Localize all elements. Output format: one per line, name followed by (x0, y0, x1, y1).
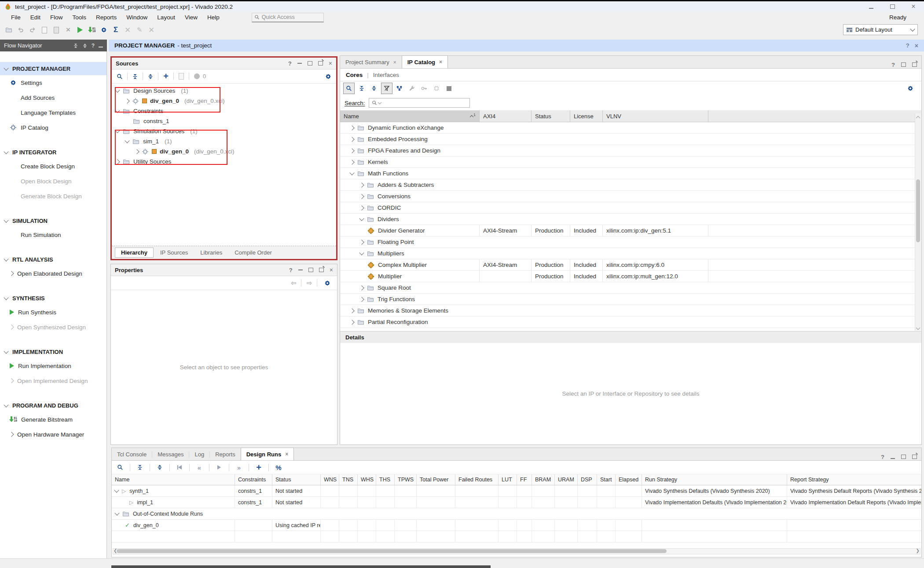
ip-category-row[interactable]: Kernels (340, 157, 921, 168)
menu-view[interactable]: View (180, 14, 202, 21)
ip-category-row[interactable]: Embedded Processing (340, 134, 921, 145)
ip-category-row[interactable]: Dynamic Function eXchange (340, 122, 921, 134)
column-ths[interactable]: THS (376, 474, 395, 485)
expand-all-icon[interactable] (154, 462, 165, 473)
create-runs-icon[interactable]: + (253, 462, 264, 473)
tab-interfaces[interactable]: Interfaces (373, 72, 399, 78)
float-icon[interactable] (318, 61, 323, 66)
flow-item-run-implementation[interactable]: Run Implementation (0, 358, 106, 373)
menu-help[interactable]: Help (202, 14, 224, 21)
help-icon[interactable]: ? (906, 42, 909, 49)
add-sources-icon[interactable]: + (161, 71, 171, 82)
layout-selector[interactable]: Default Layout (843, 24, 918, 35)
flow-item-generate-bitstream[interactable]: 0110 Generate Bitstream (0, 412, 106, 427)
report-sum-icon[interactable]: Σ (110, 25, 121, 35)
cancel-icon[interactable]: ✕ (146, 25, 157, 35)
column-status[interactable]: Status (272, 474, 321, 485)
tab-tcl-console[interactable]: Tcl Console (112, 448, 152, 460)
ip-row-complex-multiplier[interactable]: Complex Multiplier AXI4-Stream Productio… (340, 259, 921, 271)
tab-libraries[interactable]: Libraries (194, 248, 228, 257)
minimize-button[interactable] (861, 4, 882, 10)
flow-item-ip-catalog[interactable]: IP Catalog (0, 120, 106, 135)
menu-file[interactable]: File (6, 14, 26, 21)
ip-category-row[interactable]: CORDIC (340, 202, 921, 214)
maximize-icon[interactable] (308, 61, 312, 66)
run-group-out-of-context[interactable]: Out-of-Context Module Runs (112, 508, 921, 520)
minimize-icon[interactable] (297, 63, 302, 64)
collapse-all-icon[interactable] (135, 462, 145, 473)
generate-bitstream-icon[interactable]: 0110 (87, 25, 97, 35)
search-input[interactable] (369, 98, 470, 108)
tab-compile-order[interactable]: Compile Order (229, 248, 278, 257)
tree-row-utility-sources[interactable]: Utility Sources (112, 157, 336, 167)
run-row-synth-1[interactable]: ▷synth_1 constrs_1 Not started Vivado Sy… (112, 485, 921, 497)
ip-category-row[interactable]: Math Functions (340, 168, 921, 179)
collapse-all-icon[interactable] (73, 43, 78, 48)
ip-row-divider-generator[interactable]: Divider Generator AXI4-Stream Production… (340, 225, 921, 237)
tab-ip-catalog[interactable]: IP Catalog × (402, 55, 448, 68)
tab-reports[interactable]: Reports (210, 448, 241, 460)
float-icon[interactable] (912, 62, 917, 68)
flow-item-run-simulation[interactable]: Run Simulation (0, 227, 106, 242)
close-button[interactable]: × (903, 4, 924, 10)
menu-flow[interactable]: Flow (45, 14, 68, 21)
ip-category-row[interactable]: Partial Reconfiguration (340, 317, 921, 328)
flow-section-implementation[interactable]: IMPLEMENTATION (0, 345, 106, 358)
hierarchy-icon[interactable] (394, 83, 405, 94)
ip-category-row[interactable]: Conversions (340, 191, 921, 202)
ip-category-row[interactable]: Dividers (340, 214, 921, 225)
stop-icon[interactable]: ✕ (122, 25, 133, 35)
collapse-all-icon[interactable] (130, 71, 140, 82)
vertical-scrollbar[interactable] (915, 113, 921, 331)
column-uram[interactable]: URAM (555, 474, 578, 485)
close-icon[interactable]: × (330, 267, 333, 273)
tab-cores[interactable]: Cores (346, 72, 363, 78)
expand-all-icon[interactable] (145, 71, 156, 82)
column-tpws[interactable]: TPWS (395, 474, 417, 485)
ip-category-row[interactable]: Floating Point (340, 237, 921, 248)
minimize-icon[interactable] (891, 454, 895, 460)
scroll-right-icon[interactable]: ❯ (916, 548, 920, 553)
quick-access-search[interactable]: Quick Access (252, 13, 324, 22)
settings-gear-icon[interactable] (905, 83, 916, 94)
flow-item-language-templates[interactable]: Language Templates (0, 105, 106, 120)
ip-row-multiplier[interactable]: Multiplier Production Included xilinx.co… (340, 271, 921, 282)
run-row-div-gen-0[interactable]: ✓div_gen_0 Using cached IP results (112, 520, 921, 531)
column-constraints[interactable]: Constraints (235, 474, 272, 485)
undo-icon[interactable] (15, 25, 26, 35)
expand-all-icon[interactable] (369, 83, 379, 94)
percent-icon[interactable]: % (273, 462, 284, 473)
tree-row-simulation-sources[interactable]: Simulation Sources (1) (112, 126, 336, 136)
scrollbar-thumb[interactable] (916, 179, 920, 242)
run-icon[interactable] (75, 25, 85, 35)
close-icon[interactable]: × (439, 59, 442, 65)
settings-gear-icon[interactable] (323, 71, 334, 82)
float-icon[interactable] (319, 268, 324, 272)
tree-row-sim-1[interactable]: sim_1 (1) (112, 136, 336, 146)
maximize-icon[interactable] (901, 454, 906, 460)
tab-log[interactable]: Log (189, 448, 209, 460)
search-icon[interactable] (343, 83, 355, 94)
ip-category-row[interactable]: Memories & Storage Elements (340, 305, 921, 317)
paste-icon[interactable] (51, 25, 62, 35)
flow-item-open-elaborated-design[interactable]: Open Elaborated Design (0, 266, 106, 281)
column-tns[interactable]: TNS (339, 474, 358, 485)
flow-item-run-synthesis[interactable]: Run Synthesis (0, 305, 106, 320)
tree-row-constraints[interactable]: Constraints (112, 106, 336, 116)
column-failed-routes[interactable]: Failed Routes (455, 474, 499, 485)
filter-icon[interactable] (381, 83, 392, 94)
ip-category-row[interactable]: Adders & Subtracters (340, 179, 921, 191)
run-row-impl-1[interactable]: ▷impl_1 constrs_1 Not started Vivado Imp… (112, 497, 921, 508)
flow-section-program-and-debug[interactable]: PROGRAM AND DEBUG (0, 399, 106, 412)
help-icon[interactable]: ? (92, 43, 95, 49)
menu-window[interactable]: Window (121, 14, 152, 21)
delete-icon[interactable]: × (63, 25, 73, 35)
flow-item-create-block-design[interactable]: Create Block Design (0, 159, 106, 174)
redo-icon[interactable] (27, 25, 38, 35)
collapse-all-icon[interactable] (356, 83, 367, 94)
help-icon[interactable]: ? (881, 454, 884, 460)
minimize-icon[interactable] (298, 269, 303, 270)
flow-section-synthesis[interactable]: SYNTHESIS (0, 291, 106, 305)
ip-category-row[interactable]: FPGA Features and Design (340, 145, 921, 157)
menu-reports[interactable]: Reports (91, 14, 121, 21)
